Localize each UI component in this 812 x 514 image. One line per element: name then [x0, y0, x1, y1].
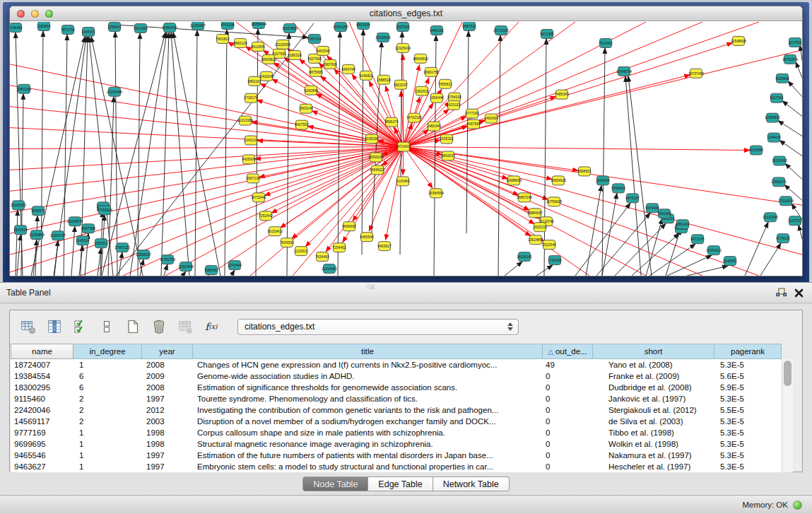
- graph-node[interactable]: 9699695: [342, 222, 356, 231]
- trash-icon[interactable]: [151, 318, 167, 335]
- graph-node[interactable]: 7872750: [61, 25, 75, 34]
- zoom-window-button[interactable]: [45, 10, 53, 18]
- table-row[interactable]: 946362711997Embryonic stem cells: a mode…: [11, 461, 793, 472]
- graph-node[interactable]: 8471676: [690, 235, 705, 244]
- graph-node[interactable]: 20891406: [162, 23, 177, 32]
- graph-node[interactable]: 16654923: [551, 176, 566, 185]
- function-builder-icon[interactable]: f(x): [203, 318, 220, 335]
- graph-node[interactable]: 12210345: [763, 213, 778, 222]
- graph-node[interactable]: 6497568: [466, 119, 481, 129]
- new-file-icon[interactable]: [124, 318, 141, 335]
- graph-node[interactable]: 8912954: [134, 23, 148, 33]
- graph-node[interactable]: 8427552: [295, 120, 309, 129]
- graph-node[interactable]: 9146821: [359, 71, 373, 80]
- tab-edge-table[interactable]: Edge Table: [368, 477, 433, 491]
- table-row[interactable]: 1938455462009Genome-wide association stu…: [11, 370, 793, 382]
- graph-node[interactable]: 2063180: [17, 84, 31, 93]
- graph-node[interactable]: 10719165: [493, 25, 509, 35]
- graph-node[interactable]: 6679197: [625, 194, 640, 203]
- graph-node[interactable]: 7252442: [259, 211, 273, 221]
- graph-node[interactable]: 9136482: [10, 23, 23, 32]
- graph-node[interactable]: 17359924: [97, 206, 112, 215]
- graph-node[interactable]: 9891162: [247, 76, 261, 86]
- graph-node[interactable]: 1588520: [377, 75, 391, 84]
- graph-node[interactable]: 9777169: [465, 109, 479, 118]
- column-header-name[interactable]: name: [11, 344, 73, 359]
- graph-node[interactable]: 9662633: [441, 151, 455, 160]
- table-row[interactable]: 1830029562008Estimation of significance …: [11, 382, 793, 393]
- graph-node[interactable]: 13958167: [136, 250, 151, 259]
- graph-node[interactable]: 10654112: [706, 246, 722, 255]
- graph-node[interactable]: 3915914: [13, 226, 28, 235]
- table-row[interactable]: 1456911722003Disruption of a novel membe…: [11, 416, 793, 427]
- graph-node[interactable]: 20153346: [107, 87, 122, 96]
- graph-node[interactable]: 6466162: [430, 25, 444, 35]
- graph-node[interactable]: 4741258: [220, 22, 235, 29]
- tab-network-table[interactable]: Network Table: [433, 477, 510, 491]
- graph-node[interactable]: 3067135: [246, 174, 260, 183]
- graph-node[interactable]: 9329966: [775, 74, 789, 83]
- graph-node[interactable]: 9097588: [81, 224, 95, 233]
- graph-node[interactable]: 9242848: [304, 86, 318, 95]
- graph-node[interactable]: 9861402: [676, 220, 690, 229]
- close-panel-icon[interactable]: [794, 288, 804, 298]
- scrollbar-thumb[interactable]: [784, 361, 792, 386]
- graph-node[interactable]: 10688609: [506, 176, 522, 185]
- graph-node[interactable]: 9259571: [31, 206, 45, 216]
- graph-node[interactable]: 8454749: [341, 64, 355, 74]
- graph-node[interactable]: 18640910: [413, 54, 428, 63]
- graph-node[interactable]: 16033809: [282, 23, 298, 33]
- graph-node[interactable]: 16961758: [423, 67, 439, 76]
- graph-node[interactable]: 16782759: [160, 255, 175, 264]
- graph-node[interactable]: 10653287: [333, 22, 348, 31]
- graph-node[interactable]: 1615132: [533, 223, 547, 232]
- column-header-pagerank[interactable]: pagerank: [714, 344, 782, 359]
- graph-node[interactable]: 5587522: [462, 22, 476, 30]
- graph-node[interactable]: 19384554: [428, 189, 444, 198]
- graph-node[interactable]: 7691900: [657, 209, 671, 218]
- table-row[interactable]: 969969511998Structural magnetic resonanc…: [11, 438, 793, 450]
- graph-node[interactable]: 9465546: [360, 233, 374, 242]
- tab-node-table[interactable]: Node Table: [302, 477, 368, 491]
- graph-node[interactable]: 14569117: [370, 165, 385, 175]
- graph-node[interactable]: 7634463: [315, 252, 329, 262]
- select-rows-icon[interactable]: [72, 318, 89, 335]
- graph-node[interactable]: 11156869: [29, 230, 45, 240]
- graph-node[interactable]: 16715441: [251, 193, 266, 202]
- graph-node[interactable]: 14702106: [406, 113, 422, 122]
- column-header-short[interactable]: short: [593, 344, 714, 359]
- graph-node[interactable]: 10756928: [546, 197, 562, 206]
- graph-node[interactable]: 9875685: [309, 67, 323, 76]
- graph-node[interactable]: 1145194: [76, 236, 89, 245]
- table-select-dropdown[interactable]: citations_edges.txt: [237, 319, 519, 335]
- graph-node[interactable]: 12942757: [50, 231, 66, 240]
- column-header-year[interactable]: year: [142, 344, 193, 359]
- graph-node[interactable]: 23226058: [275, 40, 290, 49]
- column-header-title[interactable]: title: [193, 344, 543, 359]
- graph-node[interactable]: 1167533: [788, 216, 801, 226]
- graph-node[interactable]: 9671385: [540, 29, 554, 38]
- graph-node[interactable]: 1621022: [447, 100, 461, 110]
- graph-node[interactable]: 13524851: [528, 235, 543, 245]
- graph-node[interactable]: 8912955: [251, 42, 265, 51]
- close-window-button[interactable]: [17, 10, 25, 18]
- network-canvas[interactable]: 9136482118086478727501405572225806189129…: [10, 22, 802, 276]
- graph-node[interactable]: 14136141: [517, 252, 532, 262]
- graph-node[interactable]: 8813054: [356, 22, 370, 29]
- graph-hub-node[interactable]: 18724007: [396, 142, 411, 151]
- graph-node[interactable]: 1195298: [365, 134, 378, 144]
- graph-node[interactable]: 9227341: [770, 93, 784, 103]
- graph-node[interactable]: 12213384: [237, 116, 253, 125]
- graph-node[interactable]: 9358924: [611, 184, 625, 193]
- graph-node[interactable]: 17957223: [114, 243, 130, 252]
- show-columns-icon[interactable]: [46, 318, 63, 335]
- graph-node[interactable]: 11414460: [322, 264, 337, 274]
- table-row[interactable]: 946554611997Estimation of the future num…: [11, 450, 793, 461]
- graph-node[interactable]: 15751874: [782, 54, 798, 64]
- table-row[interactable]: 977716911998Corpus callosum shape and si…: [11, 427, 793, 438]
- graph-node[interactable]: 1733426: [548, 256, 562, 265]
- graph-node[interactable]: 8860128: [233, 38, 247, 47]
- graph-node[interactable]: 2967608: [323, 59, 337, 69]
- graph-node[interactable]: 11253467: [190, 22, 206, 30]
- graph-node[interactable]: 2258061: [107, 22, 122, 31]
